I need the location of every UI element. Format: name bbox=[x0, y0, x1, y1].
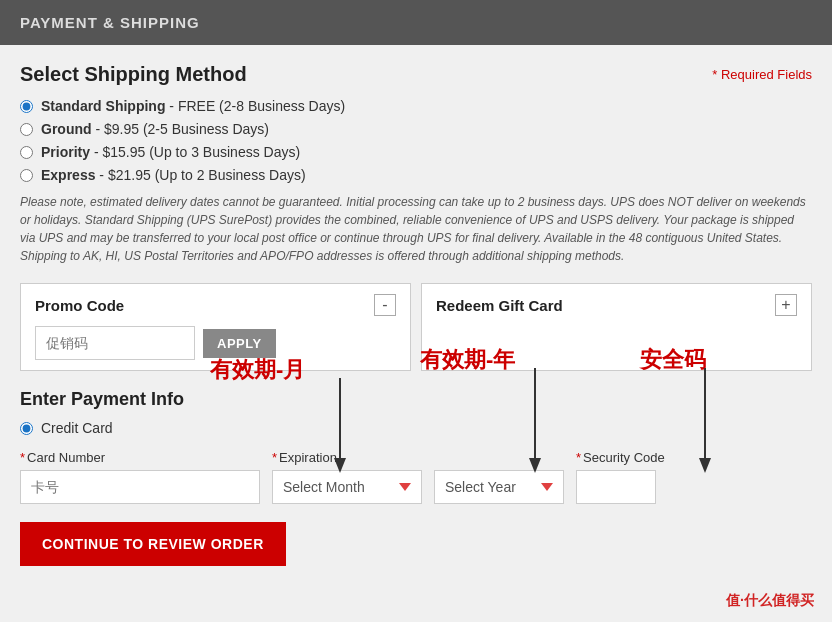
shipping-note: Please note, estimated delivery dates ca… bbox=[20, 193, 812, 265]
exp-required-star: * bbox=[272, 450, 277, 465]
shipping-methods: Standard Shipping - FREE (2-8 Business D… bbox=[20, 98, 812, 183]
shipping-priority-detail: - $15.95 (Up to 3 Business Days) bbox=[90, 144, 300, 160]
promo-section: Promo Code - APPLY bbox=[20, 283, 411, 371]
watermark: 值·什么值得买 bbox=[726, 592, 814, 610]
security-code-input[interactable] bbox=[576, 470, 656, 504]
shipping-option-priority[interactable]: Priority - $15.95 (Up to 3 Business Days… bbox=[20, 144, 812, 160]
security-code-group: *Security Code bbox=[576, 450, 665, 504]
payment-section-title: Enter Payment Info bbox=[20, 389, 812, 410]
gift-expand-btn[interactable]: + bbox=[775, 294, 797, 316]
shipping-priority-label: Priority bbox=[41, 144, 90, 160]
card-number-label: *Card Number bbox=[20, 450, 260, 465]
promo-input-row: APPLY bbox=[35, 326, 396, 360]
shipping-ground-detail: - $9.95 (2-5 Business Days) bbox=[92, 121, 269, 137]
page-header: PAYMENT & SHIPPING bbox=[0, 0, 832, 45]
shipping-option-standard[interactable]: Standard Shipping - FREE (2-8 Business D… bbox=[20, 98, 812, 114]
sec-required-star: * bbox=[576, 450, 581, 465]
card-number-group: *Card Number bbox=[20, 450, 260, 504]
header-title: PAYMENT & SHIPPING bbox=[20, 14, 200, 31]
shipping-ground-label: Ground bbox=[41, 121, 92, 137]
payment-section: Enter Payment Info Credit Card *Card Num… bbox=[20, 389, 812, 504]
expiration-group: *Expiration Select Month January Februar… bbox=[272, 450, 422, 504]
gift-section: Redeem Gift Card + bbox=[421, 283, 812, 371]
shipping-section-title: Select Shipping Method bbox=[20, 63, 247, 86]
shipping-option-express[interactable]: Express - $21.95 (Up to 2 Business Days) bbox=[20, 167, 812, 183]
shipping-option-ground[interactable]: Ground - $9.95 (2-5 Business Days) bbox=[20, 121, 812, 137]
credit-card-option[interactable]: Credit Card bbox=[20, 420, 812, 436]
expiration-label: *Expiration bbox=[272, 450, 422, 465]
security-code-label: *Security Code bbox=[576, 450, 665, 465]
shipping-standard-label: Standard Shipping bbox=[41, 98, 165, 114]
shipping-standard-detail: - FREE (2-8 Business Days) bbox=[165, 98, 345, 114]
expiration-month-select[interactable]: Select Month January February March Apri… bbox=[272, 470, 422, 504]
apply-promo-button[interactable]: APPLY bbox=[203, 329, 276, 358]
payment-fields-row: *Card Number *Expiration Select Month Ja… bbox=[20, 450, 812, 504]
expiration-year-group: Select Year 2024 2025 2026 2027 2028 202… bbox=[434, 450, 564, 504]
card-number-input[interactable] bbox=[20, 470, 260, 504]
required-note: * Required Fields bbox=[712, 67, 812, 82]
credit-card-radio[interactable] bbox=[20, 422, 33, 435]
promo-collapse-btn[interactable]: - bbox=[374, 294, 396, 316]
gift-title: Redeem Gift Card bbox=[436, 297, 563, 314]
gift-header: Redeem Gift Card + bbox=[436, 294, 797, 316]
promo-input[interactable] bbox=[35, 326, 195, 360]
promo-header: Promo Code - bbox=[35, 294, 396, 316]
credit-card-label: Credit Card bbox=[41, 420, 113, 436]
card-required-star: * bbox=[20, 450, 25, 465]
expiration-year-select[interactable]: Select Year 2024 2025 2026 2027 2028 202… bbox=[434, 470, 564, 504]
continue-to-review-button[interactable]: CONTINUE TO REVIEW ORDER bbox=[20, 522, 286, 566]
shipping-express-label: Express bbox=[41, 167, 95, 183]
promo-title: Promo Code bbox=[35, 297, 124, 314]
promo-gift-row: Promo Code - APPLY Redeem Gift Card + bbox=[20, 283, 812, 371]
shipping-express-detail: - $21.95 (Up to 2 Business Days) bbox=[95, 167, 305, 183]
